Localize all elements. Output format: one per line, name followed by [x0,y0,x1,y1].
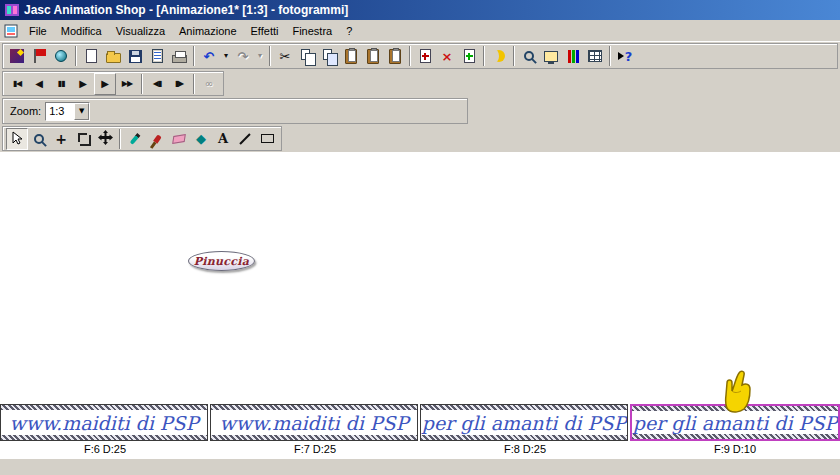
toolbar-main: ↶ ▾ ↷ ▾ ✂ × ? [2,43,838,69]
toolbar-vcr: ▮◀ ◀ ▮▮ ▶ ▶ ▶▶ ◀▮ ▮▶ ∞ [2,71,224,96]
copy-button[interactable] [296,45,318,67]
animation-wizard-button[interactable] [6,45,28,67]
duplicate-frame-button[interactable] [458,45,480,67]
banner-wizard-button[interactable] [28,45,50,67]
context-help-button[interactable]: ? [614,45,636,67]
line-tool-button[interactable] [234,128,256,150]
open-button[interactable] [102,45,124,67]
frame-browser-button[interactable] [584,45,606,67]
previous-frame-button[interactable]: ◀▮ [146,73,168,95]
frame-8[interactable]: per gli amanti di PSP [420,404,628,441]
zoom-tool-button[interactable] [28,128,50,150]
undo-dropdown-button[interactable]: ▾ [220,45,232,67]
go-first-frame-button[interactable]: ▮◀ [6,73,28,95]
view-animation-button[interactable] [540,45,562,67]
paste-clipboard-icon [389,49,401,64]
toolbar-separator [609,46,611,66]
paste-new-animation-button[interactable] [340,45,362,67]
document-icon[interactable] [4,24,18,38]
play-button[interactable]: ▶ [72,73,94,95]
loop-icon: ∞ [205,79,213,89]
frame-border-pattern [211,435,417,440]
crop-icon [78,133,87,142]
cut-button[interactable]: ✂ [274,45,296,67]
paste-new-frame-button[interactable] [362,45,384,67]
undo-button[interactable]: ↶ [198,45,220,67]
rectangle-tool-button[interactable] [256,128,278,150]
flood-fill-tool-button[interactable]: ◆ [190,128,212,150]
loop-button[interactable]: ∞ [198,73,220,95]
zoom-view-button[interactable] [518,45,540,67]
chevron-down-icon: ▾ [224,52,228,60]
optimization-wizard-button[interactable] [50,45,72,67]
delete-frames-button[interactable]: × [436,45,458,67]
monitor-icon [544,51,558,62]
frame-text: www.maiditi di PSP [211,410,417,435]
frame-label-7: F:7 D:25 [210,441,420,458]
save-button[interactable] [124,45,146,67]
magnifier-icon [34,134,44,144]
title-bar: Jasc Animation Shop - [Animazione1* [1:3… [0,0,840,20]
crop-tool-button[interactable] [72,128,94,150]
chevron-down-icon: ▼ [79,107,84,115]
play-animation-button[interactable]: ▶ [94,73,116,95]
eraser-tool-button[interactable] [168,128,190,150]
frame-border-pattern [421,435,627,440]
line-icon [239,133,250,144]
print-button[interactable] [168,45,190,67]
animation-properties-button[interactable] [146,45,168,67]
text-tool-button[interactable]: A [212,128,234,150]
copy-merged-button[interactable] [318,45,340,67]
menu-help[interactable]: ? [339,22,359,40]
go-first-icon: ▮◀ [13,80,22,88]
menu-finestra[interactable]: Finestra [285,22,339,40]
menu-modifica[interactable]: Modifica [54,22,109,40]
toolbar-main-row: ↶ ▾ ↷ ▾ ✂ × ? [0,42,840,70]
step-back-button[interactable]: ◀ [28,73,50,95]
menu-visualizza[interactable]: Visualizza [109,22,172,40]
move-tool-button[interactable] [94,128,116,150]
menu-file[interactable]: File [22,22,54,40]
paste-clipboard-icon [345,49,357,64]
pause-icon: ▮▮ [58,80,65,88]
open-folder-icon [106,53,121,63]
play-icon: ▶ [79,79,87,89]
printer-icon [172,55,187,63]
quick-preview-button[interactable] [488,45,510,67]
brush-tool-button[interactable] [146,128,168,150]
frame-6[interactable]: www.maiditi di PSP [0,404,208,441]
menu-animazione[interactable]: Animazione [172,22,243,40]
redo-button[interactable]: ↷ [232,45,254,67]
eyedropper-tool-button[interactable] [124,128,146,150]
canvas-area: Pinuccia www.maiditi di PSP www.maiditi … [0,152,840,458]
fill-diamond-icon: ◆ [196,132,206,145]
delete-x-icon: × [442,50,453,63]
filmstrip: www.maiditi di PSP www.maiditi di PSP pe… [0,404,840,441]
arrow-tool-button[interactable] [6,128,28,150]
frame-text: per gli amanti di PSP [421,410,627,435]
step-back-icon: ◀ [35,79,43,89]
crosshair-icon: + [55,132,67,146]
next-frame-button[interactable]: ▮▶ [168,73,190,95]
redo-dropdown-button[interactable]: ▾ [254,45,266,67]
magnifier-icon [524,51,534,61]
zoom-dropdown-button[interactable]: ▼ [74,103,89,120]
menu-effetti[interactable]: Effetti [244,22,286,40]
zoom-combobox[interactable]: 1:3 ▼ [45,102,90,121]
chevron-down-icon: ▾ [258,52,262,60]
registration-mark-tool-button[interactable]: + [50,128,72,150]
insert-frames-button[interactable] [414,45,436,67]
frame-label-9: F:9 D:10 [630,441,840,458]
color-info-button[interactable] [562,45,584,67]
new-animation-button[interactable] [80,45,102,67]
paste-clipboard-icon [367,49,379,64]
frame-7[interactable]: www.maiditi di PSP [210,404,418,441]
arrow-pointer-icon [10,131,24,147]
text-tool-icon: A [218,132,228,145]
paste-into-frame-button[interactable] [384,45,406,67]
pause-button[interactable]: ▮▮ [50,73,72,95]
toolbar-zoom-row: Zoom: 1:3 ▼ [0,97,840,125]
fast-forward-button[interactable]: ▶▶ [116,73,138,95]
mascot-figure [720,365,756,415]
new-document-icon [86,49,97,63]
